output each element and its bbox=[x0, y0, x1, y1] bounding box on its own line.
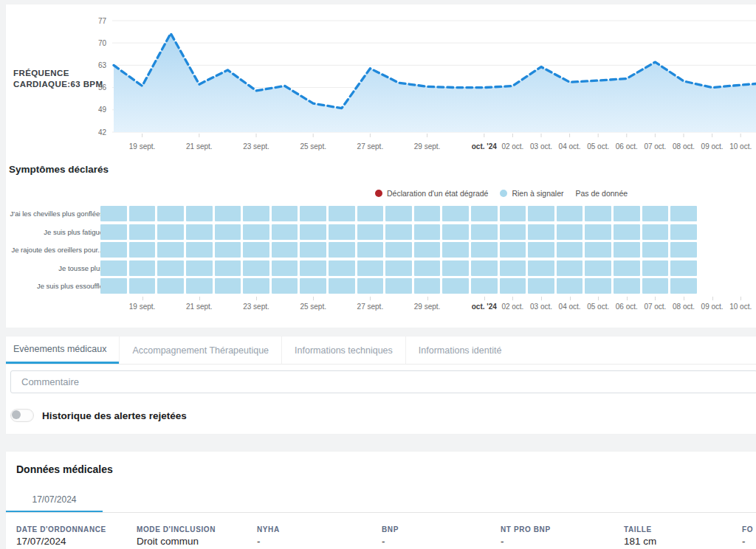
symptom-cell bbox=[243, 242, 269, 258]
symptom-cell bbox=[100, 206, 127, 221]
symptom-cell bbox=[157, 278, 184, 294]
symptom-cell bbox=[642, 260, 669, 276]
symptom-cell bbox=[500, 224, 526, 240]
symptom-cell bbox=[670, 224, 697, 240]
symptom-cell bbox=[614, 242, 640, 258]
symptom-cell bbox=[442, 242, 469, 258]
svg-text:27 sept.: 27 sept. bbox=[357, 142, 384, 151]
symptom-cell bbox=[670, 278, 697, 294]
symptom-cell bbox=[585, 260, 611, 276]
rejected-alerts-toggle[interactable] bbox=[10, 409, 34, 422]
svg-text:29 sept.: 29 sept. bbox=[414, 142, 441, 151]
svg-text:19 sept.: 19 sept. bbox=[129, 142, 156, 151]
axis-tick bbox=[512, 297, 513, 300]
svg-text:05 oct.: 05 oct. bbox=[587, 142, 609, 151]
symptom-cell bbox=[528, 278, 554, 294]
axis-tick bbox=[427, 297, 428, 300]
symptom-cell bbox=[528, 206, 554, 221]
symptom-cell bbox=[243, 224, 269, 240]
svg-text:21 sept.: 21 sept. bbox=[186, 142, 213, 151]
tab-0[interactable]: Evènements médicaux bbox=[6, 336, 119, 364]
symptom-cell bbox=[471, 224, 498, 240]
symptom-cell bbox=[557, 224, 583, 240]
axis-label: 29 sept. bbox=[404, 303, 451, 311]
symptom-cell bbox=[557, 278, 583, 294]
med-column-header: FO bbox=[742, 525, 753, 534]
svg-text:56: 56 bbox=[98, 83, 107, 92]
symptom-cell bbox=[557, 242, 583, 258]
details-card: Evènements médicauxAccompagnement Thérap… bbox=[6, 336, 756, 434]
symptom-cell bbox=[129, 260, 156, 276]
symptom-cell bbox=[300, 260, 326, 276]
axis-label: 10 oct. bbox=[717, 303, 756, 311]
symptom-cell bbox=[670, 242, 697, 258]
symptom-cell bbox=[642, 224, 669, 240]
symptom-cell bbox=[215, 260, 241, 276]
medical-data-card: Données médicales 17/07/2024 DATE D'ORDO… bbox=[6, 452, 756, 549]
symptom-cell bbox=[186, 278, 213, 294]
symptom-cell bbox=[642, 278, 669, 294]
svg-text:10 oct.: 10 oct. bbox=[729, 142, 752, 151]
symptom-cell bbox=[442, 224, 469, 240]
svg-text:03 oct.: 03 oct. bbox=[530, 142, 552, 151]
med-column-value: 17/07/2024 bbox=[16, 536, 66, 547]
tab-3[interactable]: Informations identité bbox=[405, 336, 515, 364]
symptom-cell bbox=[129, 224, 156, 240]
symptom-row-label: Je suis plus fatigué bbox=[6, 228, 103, 236]
divider bbox=[6, 512, 756, 513]
legend-item: Déclaration d'un état dégradé bbox=[375, 189, 488, 198]
symptom-cell bbox=[129, 206, 156, 221]
vitals-card: FRÉQUENCE CARDIAQUE:63 BPM 7770635649421… bbox=[6, 4, 756, 328]
symptom-cell bbox=[215, 242, 241, 258]
axis-tick bbox=[199, 297, 200, 300]
symptom-cell bbox=[614, 224, 640, 240]
symptom-cell bbox=[471, 260, 498, 276]
svg-text:08 oct.: 08 oct. bbox=[673, 142, 695, 151]
symptom-cell bbox=[357, 260, 384, 276]
legend-item: Pas de donnée bbox=[575, 189, 628, 198]
symptom-cell bbox=[157, 260, 184, 276]
svg-text:23 sept.: 23 sept. bbox=[243, 142, 269, 151]
symptom-cell bbox=[414, 242, 441, 258]
axis-tick bbox=[740, 297, 741, 300]
symptoms-title: Symptômes déclarés bbox=[9, 164, 109, 175]
tab-prescription-date[interactable]: 17/07/2024 bbox=[6, 488, 103, 513]
symptom-cell bbox=[100, 242, 127, 258]
med-column-header: TAILLE bbox=[624, 525, 652, 534]
symptom-cell bbox=[442, 206, 469, 221]
symptom-cell bbox=[129, 278, 156, 294]
tab-2[interactable]: Informations techniques bbox=[281, 336, 405, 364]
med-column-header: DATE D'ORDONNANCE bbox=[16, 525, 106, 534]
axis-tick bbox=[684, 297, 684, 300]
symptom-cell bbox=[500, 242, 526, 258]
rejected-alerts-label: Historique des alertes rejetées bbox=[42, 410, 187, 421]
med-column-value: - bbox=[257, 536, 261, 547]
axis-tick bbox=[712, 297, 713, 300]
symptom-cell bbox=[414, 206, 441, 221]
symptom-cell bbox=[614, 206, 640, 221]
comment-input[interactable] bbox=[10, 370, 756, 393]
symptom-row-label: Je suis plus essoufflé bbox=[6, 282, 103, 290]
med-column-value: 181 cm bbox=[624, 536, 656, 547]
symptom-cell bbox=[471, 242, 498, 258]
svg-text:25 sept.: 25 sept. bbox=[300, 142, 326, 151]
legend-dot-icon bbox=[500, 190, 507, 197]
symptom-cell bbox=[557, 260, 583, 276]
svg-text:07 oct.: 07 oct. bbox=[644, 142, 666, 151]
symptom-cell bbox=[157, 224, 184, 240]
tab-1[interactable]: Accompagnement Thérapeutique bbox=[119, 336, 281, 364]
symptom-cell bbox=[357, 224, 384, 240]
med-column-header: NYHA bbox=[257, 525, 280, 534]
symptom-cell bbox=[329, 224, 355, 240]
axis-tick bbox=[541, 297, 542, 300]
med-column-value: - bbox=[501, 536, 504, 547]
med-column-value: - bbox=[742, 536, 746, 547]
symptom-cell bbox=[500, 278, 526, 294]
symptom-cell bbox=[414, 278, 441, 294]
symptom-cell bbox=[157, 242, 184, 258]
symptoms-heatmap: J'ai les chevilles plus gonfléesJe suis … bbox=[6, 205, 756, 316]
symptom-cell bbox=[100, 224, 127, 240]
axis-tick bbox=[598, 297, 599, 300]
med-column-header: MODE D'INCLUSION bbox=[137, 525, 216, 534]
symptom-cell bbox=[243, 260, 269, 276]
